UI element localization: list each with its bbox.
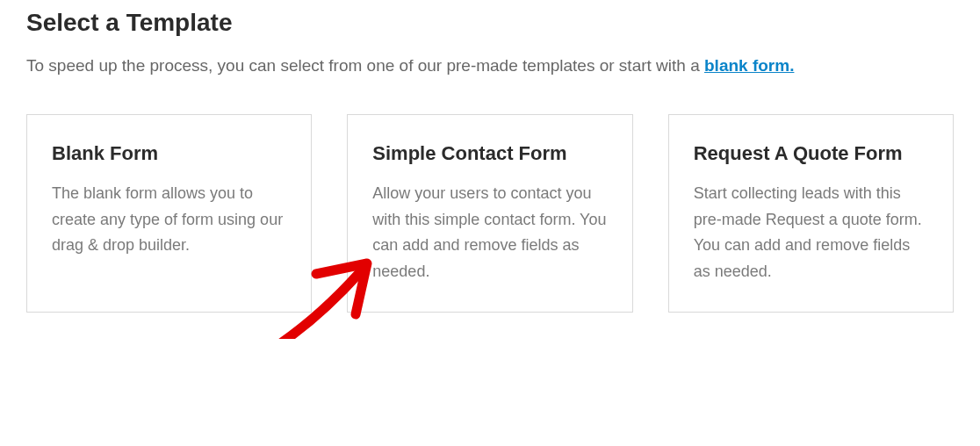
template-card-title: Request A Quote Form <box>694 141 928 167</box>
template-card-blank-form[interactable]: Blank Form The blank form allows you to … <box>26 114 312 312</box>
intro-text: To speed up the process, you can select … <box>26 53 954 79</box>
template-card-title: Simple Contact Form <box>372 141 607 167</box>
template-card-simple-contact-form[interactable]: Simple Contact Form Allow your users to … <box>347 114 632 312</box>
template-card-description: Start collecting leads with this pre-mad… <box>694 181 928 285</box>
template-card-request-quote-form[interactable]: Request A Quote Form Start collecting le… <box>668 114 954 312</box>
template-card-description: The blank form allows you to create any … <box>52 181 286 259</box>
blank-form-link[interactable]: blank form. <box>704 56 794 75</box>
template-card-title: Blank Form <box>52 141 286 167</box>
intro-prefix: To speed up the process, you can select … <box>26 56 704 75</box>
page-title: Select a Template <box>26 9 954 37</box>
template-card-description: Allow your users to contact you with thi… <box>372 181 607 285</box>
template-grid: Blank Form The blank form allows you to … <box>26 114 954 312</box>
